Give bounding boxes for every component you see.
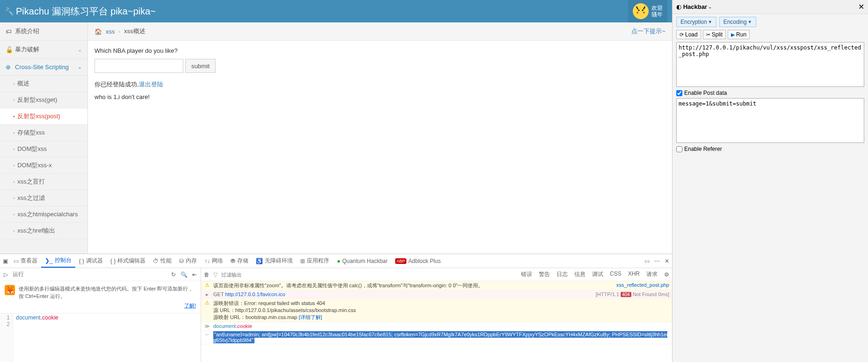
svg-point-1 [642,10,644,11]
filter-3[interactable]: 信息 [571,270,588,279]
url-textarea[interactable] [676,42,864,87]
tab-icon: ❯_ [45,257,53,264]
encryption-dropdown[interactable]: Encryption▼ [676,17,716,27]
sidebar-group-xss[interactable]: ⊕ Cross-Site Scripting ⌄ [0,59,87,76]
enable-post-input[interactable] [676,90,682,96]
response-text: who is 1,i don't care! [94,93,665,100]
run-icon[interactable]: ▷ [4,271,8,278]
sidebar-group-bruteforce[interactable]: 🔓 暴力破解 ⌄ [0,41,87,59]
sidebar-item-xss-7[interactable]: • xss之过滤 [0,190,87,206]
devtools-tab-11[interactable]: ABPAdblock Plus [391,254,444,268]
xss-icon: ⊕ [6,64,13,71]
sidebar-item-xss-9[interactable]: • xss之href输出 [0,223,87,239]
tab-icon: ABP [395,258,406,264]
lock-icon: 🔓 [6,46,13,53]
more-icon[interactable]: ⋯ [654,258,660,264]
filter-1[interactable]: 警告 [536,270,553,279]
collapse-icon[interactable]: ⇤ [192,271,197,278]
devtools-tab-5[interactable]: ⛁内存 [175,254,201,268]
search-icon[interactable]: 🔍 [181,271,188,278]
devtools-tab-0[interactable]: ▭查看器 [10,254,41,268]
logout-link[interactable]: 退出登陆 [139,81,163,88]
submit-button[interactable]: submit [185,59,216,73]
home-icon[interactable]: 🏠 [94,28,102,35]
editor-hint: 🦊 使用新的多行编辑器模式来更快地迭代您的代码。按下 Enter 即可添加新行，… [0,281,201,313]
learn-more-link[interactable]: [详细了解] [299,314,322,320]
devtools-tab-7[interactable]: ⛃存储 [227,254,252,268]
filter-4[interactable]: 调试 [589,270,606,279]
devtools-tab-6[interactable]: ↑↓网络 [201,254,227,268]
console-filters: 错误警告日志信息调试CSSXHR请求 [518,270,660,279]
encoding-dropdown[interactable]: Encoding▼ [719,17,756,27]
welcome-text: 欢迎 骚年 [651,5,663,18]
run-button[interactable]: ▶Run [728,30,750,39]
filter-5[interactable]: CSS [607,270,624,279]
devtools-tab-8[interactable]: ♿无障碍环境 [252,254,297,268]
sidebar-item-xss-6[interactable]: • xss之盲打 [0,174,87,190]
breadcrumb: 🏠 xss › xss概述 点一下提示~ [88,22,672,41]
topbar: 🔧 Pikachu 漏洞练习平台 pika~pika~ 欢迎 骚年 [0,0,672,22]
console-row: ⚠源映射错误：Error: request failed with status… [201,299,672,322]
sidebar-label: 暴力破解 [15,45,39,54]
devtools-tab-4[interactable]: ⏱性能 [149,254,175,268]
devtools-tab-1[interactable]: ❯_控制台 [41,254,75,268]
settings-icon[interactable]: ⚙ [664,271,669,278]
devtools-tabs: ▣ ▭查看器❯_控制台{ }调试器{ }样式编辑器⏱性能⛁内存↑↓网络⛃存储♿无… [0,254,672,268]
trash-icon[interactable]: 🗑 [204,271,210,278]
enable-referer-checkbox[interactable]: Enable Referer [673,146,868,154]
tab-icon: ● [337,258,340,264]
filter-input[interactable] [221,272,286,277]
sidebar-item-xss-0[interactable]: • 概述 [0,76,87,92]
enable-referer-input[interactable] [676,146,682,152]
pikachu-app: 🔧 Pikachu 漏洞练习平台 pika~pika~ 欢迎 骚年 🏷 系统介绍… [0,0,672,362]
sidebar-item-xss-3[interactable]: • 存储型xss [0,125,87,141]
load-button[interactable]: ⟳Load [676,30,701,39]
devtools-tab-2[interactable]: { }调试器 [75,254,107,268]
breadcrumb-xss[interactable]: xss [106,28,115,35]
avatar [633,3,649,19]
hint-know-link[interactable]: 了解! [19,302,196,309]
hint-link[interactable]: 点一下提示~ [631,27,665,35]
sidebar-item-xss-8[interactable]: • xss之htmlspecialchars [0,206,87,223]
devtools: ▣ ▭查看器❯_控制台{ }调试器{ }样式编辑器⏱性能⛁内存↑↓网络⛃存储♿无… [0,254,672,362]
question-text: Which NBA player do you like? [94,47,665,54]
console-row: ←"ant[uname]=admin; ant[pw]=10470c3b4b1f… [201,331,672,344]
filter-0[interactable]: 错误 [518,270,535,279]
console-editor-panel: ▷ 运行 ↻ 🔍 ⇤ 🦊 使用新的多行编辑器模式来更快地迭代您的代码。按下 En… [0,268,201,362]
close-icon[interactable]: ✕ [858,2,864,11]
sidebar-item-xss-2[interactable]: • 反射型xss(post) [0,108,87,125]
devtools-tab-3[interactable]: { }样式编辑器 [107,254,149,268]
split-button[interactable]: ✂Split [703,30,726,39]
run-label[interactable]: 运行 [13,270,24,278]
welcome-box[interactable]: 欢迎 骚年 [628,0,667,22]
filter-6[interactable]: XHR [625,270,643,279]
caret-icon[interactable]: ▸ [204,291,210,298]
sidebar-item-xss-4[interactable]: • DOM型xss [0,141,87,157]
source-link[interactable]: xss_reflected_post.php [616,282,669,288]
devtools-tab-9[interactable]: ⊞应用程序 [297,254,333,268]
tab-icon: ♿ [256,258,263,264]
tab-icon: ⛃ [231,258,235,264]
firefox-icon: 🦊 [5,285,15,295]
close-icon[interactable]: ✕ [665,258,669,264]
sidebar-item-xss-1[interactable]: • 反射型xss(get) [0,92,87,108]
filter-2[interactable]: 日志 [554,270,571,279]
message-input[interactable] [94,59,183,73]
console-editor[interactable]: 12 document.cookie [0,313,201,362]
responsive-icon[interactable]: ▭ [644,258,650,264]
hint-text: 使用新的多行编辑器模式来更快地迭代您的代码。按下 Enter 即可添加新行，按 … [19,286,193,299]
sidebar-group-intro[interactable]: 🏷 系统介绍 [0,22,87,41]
enable-post-checkbox[interactable]: Enable Post data [673,90,868,98]
devtools-tab-10[interactable]: ●Quantum Hackbar [333,254,391,268]
chevron-down-icon[interactable]: ⌄ [708,4,712,9]
sidebar-label: 系统介绍 [15,27,39,35]
sidebar-label: Cross-Site Scripting [15,64,69,71]
dock-icon[interactable]: ▣ [3,258,8,264]
sidebar-item-xss-5[interactable]: • DOM型xss-x [0,157,87,174]
history-icon[interactable]: ↻ [171,271,176,278]
post-data-textarea[interactable] [676,98,864,143]
svg-point-3 [643,12,645,14]
filter-7[interactable]: 请求 [644,270,660,279]
chevron-down-icon: ⌄ [78,47,82,53]
content: Which NBA player do you like? submit 你已经… [88,41,672,112]
